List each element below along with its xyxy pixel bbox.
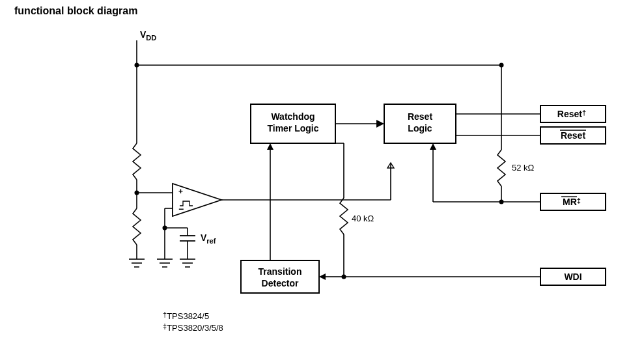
node-minus-cap [163,226,167,230]
arrow-wdi-to-td [319,273,326,280]
resistor-52k [497,150,505,186]
watchdog-l2: Timer Logic [267,123,318,133]
arrow-wd-to-reset [376,120,384,128]
transition-l1: Transition [259,266,302,277]
pin-wdi-text: WDI [564,272,581,282]
diagram-svg: VDD + − [0,0,644,349]
comp-plus: + [178,187,183,196]
comp-minus: − [178,204,184,214]
vref-label: Vref [201,232,216,245]
footnote-1: †TPS3824/5 [163,311,209,321]
resistor-r1 [133,143,141,180]
pin-reset-high-text: Reset† [557,109,586,119]
resistor-r2 [133,208,141,245]
r40k-label: 40 kΩ [352,214,374,223]
resistor-40k [340,198,348,234]
arrow-td-to-wd [267,143,273,150]
transition-l2: Detector [262,278,299,288]
reset-l2: Logic [408,123,432,133]
reset-l1: Reset [408,111,432,122]
arrow-mr-into-reset [430,143,436,150]
watchdog-l1: Watchdog [271,111,315,122]
r52k-label: 52 kΩ [512,163,535,173]
pin-reset-bar-text: Reset [561,130,585,141]
footnote-2: ‡TPS3820/3/5/8 [163,322,223,333]
vdd-label: VDD [140,29,156,42]
